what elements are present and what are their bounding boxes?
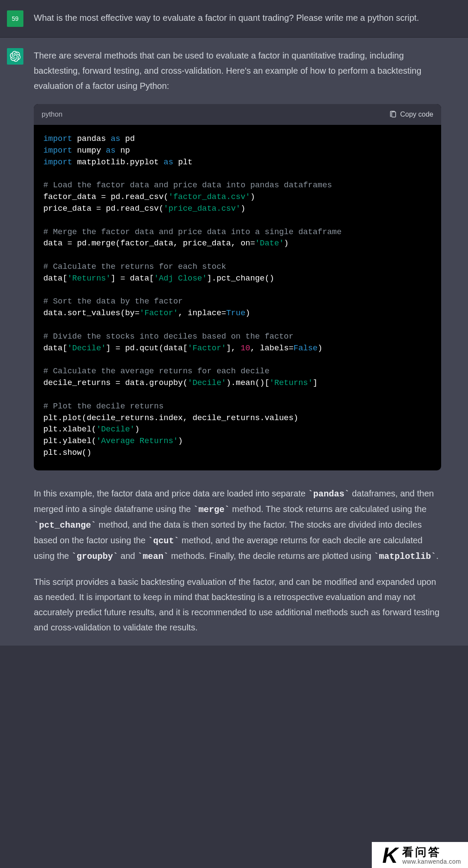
assistant-explain-1: In this example, the factor data and pri… <box>34 486 441 564</box>
clipboard-icon <box>389 111 397 118</box>
inline-code-merge: `merge` <box>193 505 230 515</box>
inline-code-groupby: `groupby` <box>72 551 118 561</box>
openai-logo-icon <box>10 51 21 62</box>
watermark-url: www.kanwenda.com <box>402 858 461 865</box>
copy-code-label: Copy code <box>400 108 434 121</box>
assistant-avatar <box>7 48 23 65</box>
watermark-logo-icon: K <box>382 845 398 866</box>
code-block-header: python Copy code <box>34 104 441 125</box>
inline-code-pct-change: `pct_change` <box>34 520 96 530</box>
user-message-text: What is the most effective way to evalua… <box>34 10 441 26</box>
svg-rect-0 <box>392 112 396 117</box>
inline-code-matplotlib: `matplotlib` <box>374 551 436 561</box>
code-language-label: python <box>42 108 62 121</box>
inline-code-pandas: `pandas` <box>308 489 350 499</box>
user-message-row: 59 What is the most effective way to eva… <box>0 0 468 38</box>
assistant-intro-text: There are several methods that can be us… <box>34 48 441 94</box>
code-block: python Copy code import pandas as pd imp… <box>34 104 441 470</box>
user-message-content: What is the most effective way to evalua… <box>34 10 441 27</box>
watermark: K 看问答 www.kanwenda.com <box>372 842 468 868</box>
assistant-explain-2: This script provides a basic backtesting… <box>34 574 441 635</box>
user-avatar: 59 <box>7 10 23 27</box>
inline-code-mean: `mean` <box>137 551 169 561</box>
code-content[interactable]: import pandas as pd import numpy as np i… <box>34 125 441 470</box>
assistant-message-content: There are several methods that can be us… <box>34 48 441 635</box>
watermark-title: 看问答 <box>402 846 461 858</box>
user-avatar-label: 59 <box>12 15 19 22</box>
inline-code-qcut: `qcut` <box>148 536 179 546</box>
assistant-message-row: There are several methods that can be us… <box>0 38 468 646</box>
copy-code-button[interactable]: Copy code <box>389 108 434 121</box>
